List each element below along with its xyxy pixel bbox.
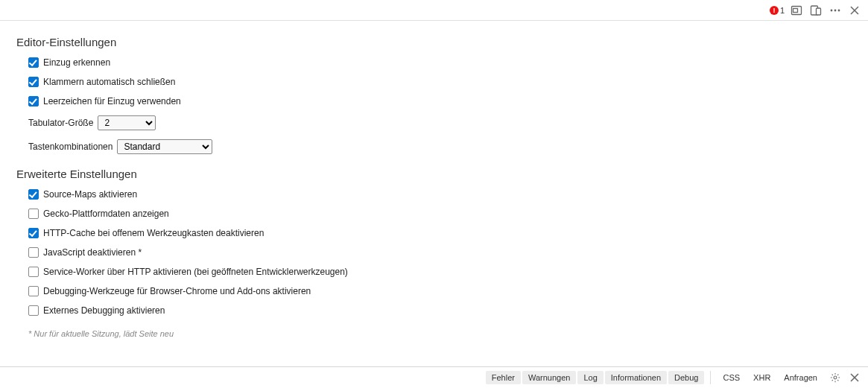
filter-info-button[interactable]: Informationen	[605, 371, 667, 384]
http-cache-label: HTTP-Cache bei offenem Werkzeugkasten de…	[43, 228, 264, 238]
close-icon[interactable]	[847, 3, 862, 18]
kebab-menu-icon[interactable]	[828, 3, 843, 18]
settings-panel: Editor-Einstellungen Einzug erkennen Kla…	[0, 21, 868, 366]
service-worker-checkbox[interactable]	[28, 267, 39, 277]
filter-errors-button[interactable]: Fehler	[486, 371, 521, 384]
filter-css-button[interactable]: CSS	[717, 371, 746, 384]
gecko-platform-checkbox[interactable]	[28, 209, 39, 219]
session-footnote: * Nur für aktuelle Sitzung, lädt Seite n…	[16, 329, 852, 338]
svg-rect-1	[793, 8, 798, 12]
svg-point-5	[834, 9, 837, 11]
source-maps-checkbox[interactable]	[28, 189, 39, 200]
console-filter-bar: Fehler Warnungen Log Informationen Debug…	[0, 366, 868, 388]
filter-warnings-button[interactable]: Warnungen	[522, 371, 576, 384]
filter-requests-button[interactable]: Anfragen	[778, 371, 823, 384]
svg-point-4	[831, 9, 833, 11]
tab-size-select[interactable]: 2	[98, 115, 156, 130]
keybindings-select[interactable]: Standard	[117, 139, 212, 154]
editor-settings-heading: Editor-Einstellungen	[16, 36, 852, 48]
error-icon: !	[770, 6, 779, 15]
advanced-settings-heading: Erweiterte Einstellungen	[16, 168, 852, 180]
detect-indent-label: Einzug erkennen	[43, 57, 110, 68]
autoclose-brackets-label: Klammern automatisch schließen	[43, 77, 175, 87]
filter-log-button[interactable]: Log	[577, 371, 603, 384]
responsive-mode-icon[interactable]	[808, 3, 823, 18]
svg-point-6	[838, 9, 840, 11]
advanced-settings-group: Source-Maps aktivieren Gecko-Plattformda…	[16, 189, 852, 316]
service-worker-label: Service-Worker über HTTP aktivieren (bei…	[43, 267, 348, 277]
disable-js-label: JavaScript deaktivieren *	[43, 247, 142, 258]
close-console-icon[interactable]	[847, 370, 862, 385]
use-spaces-label: Leerzeichen für Einzug verwenden	[43, 96, 181, 106]
autoclose-brackets-checkbox[interactable]	[28, 77, 39, 87]
source-maps-label: Source-Maps aktivieren	[43, 189, 137, 200]
svg-point-9	[834, 376, 837, 379]
editor-settings-group: Einzug erkennen Klammern automatisch sch…	[16, 57, 852, 154]
devtools-topbar: ! 1	[0, 0, 868, 21]
svg-rect-3	[817, 8, 821, 15]
error-count: 1	[780, 6, 785, 15]
filter-debug-button[interactable]: Debug	[668, 371, 704, 384]
error-count-badge[interactable]: ! 1	[770, 6, 785, 15]
filter-separator	[710, 371, 711, 384]
chrome-debug-checkbox[interactable]	[28, 286, 39, 296]
http-cache-checkbox[interactable]	[28, 228, 39, 238]
iframe-picker-icon[interactable]	[789, 3, 804, 18]
remote-debug-label: Externes Debugging aktivieren	[43, 305, 165, 316]
detect-indent-checkbox[interactable]	[28, 57, 39, 68]
disable-js-checkbox[interactable]	[28, 247, 39, 258]
gecko-platform-label: Gecko-Plattformdaten anzeigen	[43, 209, 169, 219]
tab-size-label: Tabulator-Größe	[28, 118, 93, 128]
chrome-debug-label: Debugging-Werkzeuge für Browser-Chrome u…	[43, 286, 311, 296]
filter-xhr-button[interactable]: XHR	[747, 371, 776, 384]
keybindings-label: Tastenkombinationen	[28, 141, 113, 152]
settings-gear-icon[interactable]	[828, 370, 843, 385]
use-spaces-checkbox[interactable]	[28, 96, 39, 106]
remote-debug-checkbox[interactable]	[28, 305, 39, 316]
